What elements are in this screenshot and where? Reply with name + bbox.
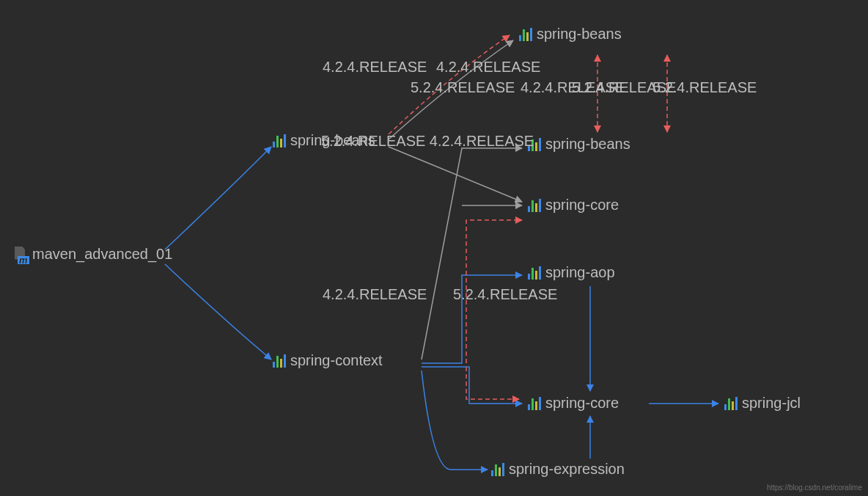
node-label: spring-core (545, 395, 619, 412)
node-spring-expression[interactable]: spring-expression (491, 461, 625, 478)
library-icon (519, 28, 532, 41)
node-spring-beans-top[interactable]: spring-beans (519, 26, 622, 43)
node-label: spring-jcl (742, 395, 801, 412)
node-label: spring-beans (545, 136, 630, 153)
library-icon (273, 354, 286, 368)
library-icon (528, 266, 541, 280)
node-spring-context[interactable]: spring-context (273, 352, 383, 369)
version-label: 4.2.4.RELEASE (323, 59, 427, 76)
node-spring-aop[interactable]: spring-aop (528, 264, 615, 281)
node-label: maven_advanced_01 (32, 246, 172, 263)
node-label: spring-beans (537, 26, 622, 43)
dependency-graph: maven_advanced_01 spring-beans spring-co… (0, 0, 868, 496)
node-spring-core-mid[interactable]: spring-core (528, 197, 619, 214)
library-icon (724, 397, 738, 410)
watermark: https://blog.csdn.net/coralime (767, 484, 862, 492)
node-root[interactable]: maven_advanced_01 (13, 246, 172, 263)
version-label: 5.2.4.RELEASE 4.2.4.RELEASE (321, 133, 534, 150)
node-label: spring-aop (545, 264, 615, 281)
version-label: 4.2.4.RELEASE (436, 59, 540, 76)
node-spring-jcl[interactable]: spring-jcl (724, 395, 801, 412)
node-label: spring-core (545, 197, 619, 214)
node-label: spring-expression (509, 461, 625, 478)
node-label: spring-context (290, 352, 383, 369)
version-label: 5.2.4.RELEASE (453, 286, 557, 303)
library-icon (528, 397, 541, 410)
version-label: 5.2.4.RELEASE (652, 79, 757, 96)
library-icon (273, 134, 286, 147)
version-label: 5.2.4.RELEASE (411, 79, 515, 96)
node-spring-core-low[interactable]: spring-core (528, 395, 619, 412)
version-label: 4.2.4.RELEASE (323, 286, 427, 303)
library-icon (528, 199, 541, 212)
maven-icon (13, 247, 28, 263)
library-icon (491, 463, 504, 476)
node-spring-beans-mid[interactable]: spring-beans (528, 136, 630, 153)
